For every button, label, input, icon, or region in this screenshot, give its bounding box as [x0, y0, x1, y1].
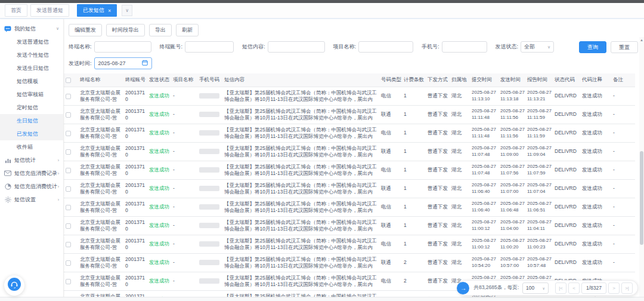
sidebar-item-7[interactable]: 生日短信 [0, 114, 63, 127]
date-text: 2025-08-27 [527, 219, 551, 226]
send-time-date-picker[interactable]: 2025-08-27 [94, 57, 152, 69]
time-text: 11:07:59 [527, 170, 551, 177]
terminal-name: 北京亚太瑞斯会展服务有限公司-营销 [80, 108, 122, 121]
send-time-label: 发送时间: [69, 60, 92, 67]
row-checkbox[interactable] [66, 260, 71, 266]
date-text: 2025-08-27 [472, 256, 497, 263]
row-checkbox[interactable] [66, 223, 71, 229]
row-checkbox[interactable] [66, 205, 71, 210]
filter-input-1[interactable] [94, 41, 151, 53]
scroll-up-icon[interactable]: ▲ [639, 38, 644, 42]
time-text: 11:00:20 [500, 244, 524, 251]
column-header: 状态代码 [553, 73, 580, 87]
terminal-account-cell: 2001371 0 [123, 272, 147, 290]
tab-1[interactable]: 首页 [5, 4, 27, 17]
sidebar-item-3[interactable]: 发送生日短信 [0, 62, 63, 75]
send-status-cell: 发送成功 [147, 198, 171, 216]
envelope-icon [4, 170, 11, 177]
status-code-cell: DELIVRD [553, 87, 580, 105]
sidebar-item-6[interactable]: 定时短信 [0, 101, 63, 114]
column-header: 归属地 [450, 73, 470, 87]
sms-content-cell: 【亚太瑞斯】第25届机博会武汉工博会（简称：中国机博会与武汉工博会融合展）将10… [222, 87, 379, 105]
filter-input-5[interactable] [442, 41, 487, 53]
report-time-cell: 2025-08-2711:09:04 [525, 142, 553, 161]
project-name-cell: - [171, 87, 197, 105]
terminal-name-cell: 北京亚太瑞斯会展服务有限公司-营销 [78, 105, 123, 124]
row-checkbox[interactable] [66, 279, 71, 284]
time-text: 10:57:48 [527, 263, 551, 269]
main-content: 编辑重发时间段导出导出刷新 终端名称:终端账号:短信内容:项目名称:手机号:发送… [64, 19, 644, 301]
date-text: 2025-08-27 [472, 127, 497, 133]
row-checkbox[interactable] [66, 242, 71, 247]
phone-number-cell [197, 179, 222, 198]
carrier-cell: 联通 [379, 253, 402, 272]
page-size-select[interactable]: 100 ∨ [522, 282, 549, 294]
tab-2[interactable]: 发送普通短 [30, 4, 69, 17]
sidebar-item-1[interactable]: 发送普通短信 [0, 35, 63, 48]
toolbar-button-4[interactable]: 刷新 [176, 24, 199, 36]
filter-input-3[interactable] [268, 41, 325, 53]
last-page-button[interactable]: >| [621, 282, 633, 294]
terminal-name: 北京亚太瑞斯会展服务有限公司-营销 [80, 238, 122, 250]
tab-3[interactable]: 已发短信× [77, 4, 117, 17]
sidebar-group-1[interactable]: 我的短信∨ [0, 22, 63, 35]
tab-list-dropdown[interactable]: ∨ [122, 5, 132, 16]
pagination-bar: → 共83,2685条，每页: 100 ∨ |< < 1/8327 > >| [457, 280, 638, 296]
code-note-cell: 发送成功 [580, 216, 611, 235]
toolbar-button-1[interactable]: 编辑重发 [69, 24, 102, 36]
scrollbar-thumb[interactable] [640, 151, 643, 245]
sidebar-item-9[interactable]: 收件箱 [0, 140, 63, 153]
status-code-cell: DELIVRD [553, 105, 580, 124]
filter-input-4[interactable] [358, 41, 413, 53]
help-float-button[interactable] [4, 275, 24, 296]
sidebar-group-3[interactable]: 短信充值消费记录› [0, 167, 63, 180]
close-icon[interactable]: × [108, 8, 111, 14]
prev-page-button[interactable]: < [568, 282, 580, 294]
table-vertical-scrollbar[interactable]: ▲ [639, 37, 644, 297]
sidebar-group-5[interactable]: 短信设置› [0, 193, 63, 206]
gear-icon [4, 196, 11, 203]
region-cell: 湖北 [450, 87, 470, 105]
pagination-total-text: 共83,2685条，每页: [473, 284, 519, 291]
time-text: 11:00:23 [527, 244, 551, 251]
report-time-cell: 2025-08-2711:06:51 [525, 198, 553, 216]
query-button[interactable]: 查询 [579, 41, 606, 53]
time-text: 11:07:48 [472, 170, 497, 177]
row-checkbox[interactable] [66, 149, 71, 155]
first-page-button[interactable]: |< [555, 282, 566, 294]
column-header: 终端账号 [123, 73, 147, 87]
row-checkbox[interactable] [66, 168, 71, 173]
chevron-right-icon: › [58, 185, 59, 189]
sidebar-group-4[interactable]: 短信充值消费统计› [0, 180, 63, 193]
sidebar-item-4[interactable]: 短信模板 [0, 75, 63, 88]
region-cell: 湖北 [450, 198, 470, 216]
terminal-name: 北京亚太瑞斯会展服务有限公司-营销 [80, 145, 122, 158]
row-checkbox[interactable] [66, 112, 71, 118]
sidebar-item-5[interactable]: 短信审核箱 [0, 88, 63, 101]
phone-number-cell [197, 142, 222, 161]
send-time-cell: 2025-08-2711:07:00 [499, 179, 525, 198]
sidebar-item-8[interactable]: 已发短信 [0, 127, 63, 140]
row-checkbox[interactable] [66, 186, 71, 192]
toolbar-button-3[interactable]: 导出 [149, 24, 172, 36]
reset-button[interactable]: 重置 [611, 41, 638, 53]
toolbar-button-2[interactable]: 时间段导出 [106, 24, 145, 36]
next-page-button[interactable]: > [608, 282, 620, 294]
pagination-toggle-button[interactable]: → [457, 282, 469, 294]
send-status-select[interactable]: 全部∨ [521, 41, 554, 53]
sms-content: 【亚太瑞斯】第25届机博会武汉工博会（简称：中国机博会与武汉工博会融合展）将10… [224, 127, 377, 139]
select-all-checkbox[interactable] [66, 78, 71, 83]
filter-input-2[interactable] [185, 41, 234, 53]
billing-count-cell: 1 [402, 105, 426, 124]
toolbar: 编辑重发时间段导出导出刷新 [64, 19, 644, 36]
sms-content: 【亚太瑞斯】第25届机博会武汉工博会（简称：中国机博会与武汉工博会融合展）将10… [224, 275, 377, 287]
row-checkbox[interactable] [66, 94, 71, 99]
row-checkbox[interactable] [66, 131, 71, 136]
sidebar-group-2[interactable]: 短信统计› [0, 153, 63, 167]
carrier-cell: 电信 [379, 161, 402, 179]
sidebar-item-2[interactable]: 发送个性短信 [0, 48, 63, 62]
date-text: 2025-08-27 [500, 164, 524, 170]
send-time-cell: 2025-08-2711:09:00 [499, 142, 525, 161]
horizontal-scrollbar-strip[interactable] [0, 297, 644, 301]
column-header: 发送状态 [147, 73, 171, 87]
